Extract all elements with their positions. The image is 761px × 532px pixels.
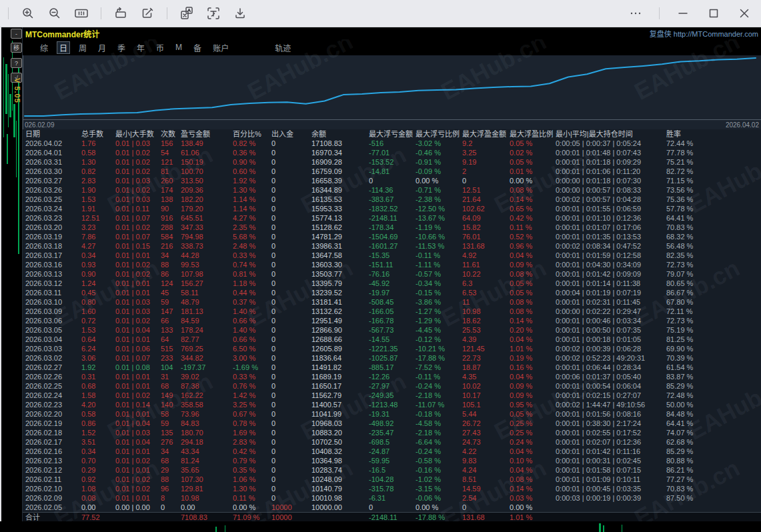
table-row[interactable]: 2026.03.051.530.01 | 0.04133178.241.40 %… (23, 325, 761, 335)
table-row[interactable]: 2026.02.260.310.01 | 0.013139.020.33 %01… (23, 372, 761, 381)
table-row[interactable]: 2026.03.203.230.01 | 0.02288347.332.35 %… (23, 223, 761, 232)
tab-季[interactable]: 季 (115, 41, 128, 54)
table-row[interactable]: 2026.03.300.820.01 | 0.0281100.700.60 %0… (23, 167, 761, 176)
table-row[interactable]: 2026.03.110.450.01 | 0.014558.110.44 %01… (23, 288, 761, 297)
panel-help-button[interactable]: ? (11, 58, 22, 68)
cell: 1.91 (79, 204, 113, 213)
cell: 79.07 % (664, 269, 761, 279)
cell: 82.77 (178, 335, 230, 344)
table-row[interactable]: 2026.03.251.530.01 | 0.03138182.201.14 %… (23, 195, 761, 204)
cell: 68 (158, 381, 178, 391)
table-row[interactable]: 2026.03.197.860.01 | 0.07584794.985.68 %… (23, 232, 761, 241)
table-row[interactable]: 2026.02.160.340.01 | 0.013443.340.42 %01… (23, 447, 761, 456)
table-row[interactable]: 2026.03.023.060.01 | 0.07233344.823.00 %… (23, 353, 761, 363)
tab-周[interactable]: 周 (76, 41, 89, 54)
tab-月[interactable]: 月 (95, 41, 109, 54)
table-row[interactable]: 2026.04.021.760.01 | 0.03156138.490.82 %… (23, 139, 761, 148)
table-row[interactable]: 2026.02.101.080.01 | 0.0296129.811.30 %0… (23, 484, 761, 493)
table-row[interactable]: 2026.02.190.860.01 | 0.045984.830.78 %01… (23, 419, 761, 428)
cell: 2026.03.02 (23, 353, 79, 363)
table-row[interactable]: 2026.02.271.920.01 | 0.08104-197.37-1.69… (23, 363, 761, 372)
table-row[interactable]: 2026.03.160.930.01 | 0.028899.530.74 %01… (23, 260, 761, 269)
tab-日[interactable]: 日 (57, 41, 70, 54)
tab-币[interactable]: 币 (153, 41, 167, 54)
table-row[interactable]: 2026.03.261.900.01 | 0.02174209.361.30 %… (23, 185, 761, 195)
table-row[interactable]: 2026.02.110.920.01 | 0.0288107.301.06 %0… (23, 475, 761, 484)
table-row[interactable]: 2026.03.184.270.01 | 0.15216338.732.48 %… (23, 241, 761, 251)
cell: 131.68 (460, 241, 507, 251)
cell: -0.16 % (413, 465, 460, 475)
tab-轨迹[interactable]: 轨迹 (272, 41, 293, 54)
translate-icon[interactable] (179, 6, 194, 21)
rotate-icon[interactable] (113, 6, 128, 21)
cell: 35.65 (178, 465, 230, 475)
table-row[interactable]: 2026.02.090.080.01 | 0.01810.980.11 %010… (23, 493, 761, 503)
close-button[interactable] (737, 6, 752, 21)
cell: -14.81 (366, 167, 413, 176)
cell: 10.98 (178, 493, 230, 503)
cell: 0.00 % (230, 503, 269, 513)
tab-账户[interactable]: 账户 (210, 41, 231, 54)
cell: -698.5 (366, 437, 413, 447)
table-row[interactable]: 2026.02.234.200.01 | 0.14140358.583.25 %… (23, 400, 761, 409)
table-row[interactable]: 2026.03.2312.510.01 | 0.07916645.514.27 … (23, 213, 761, 223)
brand-link[interactable]: 复盘侠 http://MTCommander.com (650, 28, 758, 39)
cell: 0.14 % (507, 195, 553, 204)
cell: 1.08 (79, 484, 113, 493)
cell: 3.25 % (230, 400, 269, 409)
cell: 10000.00 (309, 503, 366, 513)
table-row[interactable]: 2026.03.121.240.01 | 0.01124156.271.18 %… (23, 279, 761, 288)
cell: 0:00:00 | 0:01:18 | 0:07:30 (553, 176, 664, 185)
table-row[interactable]: 2026.02.173.510.01 | 0.04276294.182.83 %… (23, 437, 761, 447)
table-row[interactable]: 2026.02.250.680.01 | 0.016887.380.76 %01… (23, 381, 761, 391)
tab-年[interactable]: 年 (134, 41, 147, 54)
table-row[interactable]: 2026.03.311.300.01 | 0.02121150.190.90 %… (23, 157, 761, 167)
cell: 0 (366, 176, 413, 185)
table-row[interactable]: 2026.03.130.900.01 | 0.0286107.980.81 %0… (23, 269, 761, 279)
cell: 2026.03.16 (23, 260, 79, 269)
maximize-button[interactable] (706, 6, 721, 21)
select-text-icon[interactable] (206, 6, 221, 21)
table-row[interactable]: 2026.03.170.340.01 | 0.013444.280.33 %01… (23, 251, 761, 260)
edit-icon[interactable] (140, 6, 155, 21)
table-row[interactable]: 2026.03.040.640.01 | 0.016482.770.66 %01… (23, 335, 761, 344)
tab-M[interactable]: M (173, 42, 185, 53)
table-row[interactable]: 2026.03.060.720.01 | 0.026684.590.66 %01… (23, 316, 761, 325)
panel-move-button[interactable]: 移 (11, 43, 22, 53)
cell: 0.01 | 0.04 (113, 325, 158, 335)
table-row[interactable]: 2026.03.272.830.01 | 0.03260313.501.92 %… (23, 176, 761, 185)
cell: -0.09 % (413, 167, 460, 176)
table-row[interactable]: 2026.04.010.580.01 | 0.025461.060.36 %01… (23, 148, 761, 157)
cell: 13395.79 (309, 279, 366, 288)
table-row[interactable]: 2026.03.036.240.01 | 0.06515769.256.50 %… (23, 344, 761, 353)
table-row[interactable]: 2026.02.130.700.01 | 0.026881.240.79 %01… (23, 456, 761, 465)
cell: 70.83 % (664, 484, 761, 493)
minimize-button[interactable] (676, 6, 690, 21)
cell: 0 (269, 344, 309, 353)
table-row[interactable]: 2026.02.200.580.01 | 0.015873.960.67 %01… (23, 409, 761, 419)
cell: 294.18 (178, 437, 230, 447)
table-row[interactable]: 2026.02.241.580.01 | 0.02149162.221.42 %… (23, 391, 761, 400)
tab-备[interactable]: 备 (191, 41, 204, 54)
download-icon[interactable] (233, 6, 247, 21)
table-row[interactable]: 2026.03.091.600.01 | 0.03147181.131.40 %… (23, 307, 761, 316)
tab-综[interactable]: 综 (37, 41, 51, 54)
more-icon[interactable] (628, 6, 643, 21)
table-row[interactable]: 2026.03.100.800.01 | 0.035948.790.37 %01… (23, 297, 761, 307)
column-header: 余额 (309, 129, 366, 139)
zoom-in-icon[interactable] (21, 6, 35, 21)
cell: 10248.09 (309, 475, 366, 484)
zoom-out-icon[interactable] (47, 6, 62, 21)
actual-size-icon[interactable] (74, 6, 89, 21)
cell: 584 (158, 232, 178, 241)
table-row[interactable]: 2026.02.050.000.00 | 0.0000.000.00 %1000… (23, 503, 761, 513)
panel-minimize-button[interactable]: - (11, 29, 22, 39)
cell: 84.83 (178, 419, 230, 428)
cell: 0.20 % (507, 325, 553, 335)
cell: -153.52 (366, 157, 413, 167)
cell: 0.81 % (230, 269, 269, 279)
cell: 2026.02.25 (23, 381, 79, 391)
table-row[interactable]: 2026.03.241.910.01 | 0.1190179.201.14 %0… (23, 204, 761, 213)
table-row[interactable]: 2026.02.120.290.01 | 0.012935.650.35 %01… (23, 465, 761, 475)
table-row[interactable]: 2026.02.181.520.01 | 0.03135180.701.69 %… (23, 428, 761, 437)
